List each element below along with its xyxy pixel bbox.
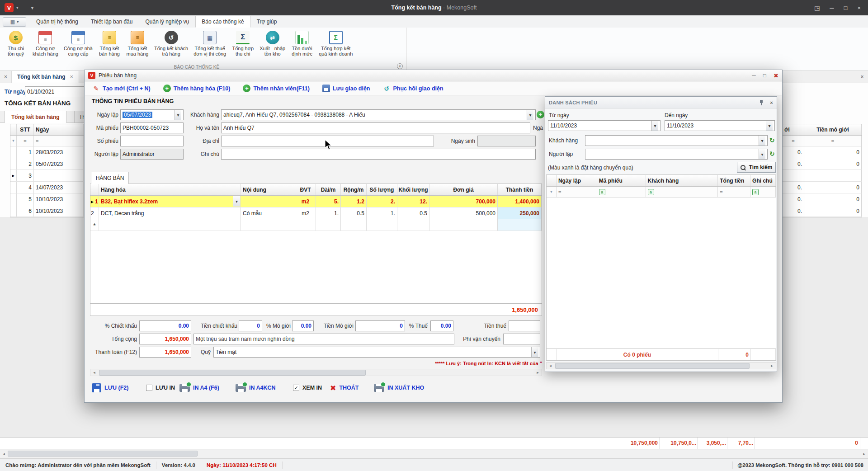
cell-date[interactable]: [34, 170, 84, 181]
cell-stt[interactable]: 4: [17, 182, 34, 193]
scroll-right-icon[interactable]: ▸: [534, 369, 542, 376]
panel-creator-combo[interactable]: [585, 149, 768, 160]
cell-value[interactable]: 0: [804, 193, 862, 205]
toolbar-button[interactable]: Thêm hàng hóa (F10): [163, 85, 231, 92]
dropdown-icon[interactable]: [175, 110, 181, 120]
cell-value[interactable]: 0: [804, 182, 862, 193]
so-phieu-input[interactable]: [120, 136, 184, 146]
scroll-right-icon[interactable]: ▸: [860, 449, 868, 458]
cell-date[interactable]: 14/07/2023: [34, 182, 84, 193]
exit-button[interactable]: ✖ THOÁT: [330, 381, 359, 395]
add-customer-button[interactable]: +: [537, 111, 544, 118]
dropdown-icon[interactable]: [651, 121, 658, 131]
cell-stt[interactable]: 2: [17, 158, 34, 170]
cell-length[interactable]: 1.: [316, 207, 341, 219]
items-column-header[interactable]: Nội dung: [241, 184, 295, 195]
toolbar-customize-icon[interactable]: ▼: [30, 5, 35, 10]
tab-close-icon[interactable]: ×: [70, 74, 73, 80]
print-a4-button[interactable]: IN A4 (F6): [179, 381, 219, 395]
table-row[interactable]: [783, 170, 862, 182]
cell-date[interactable]: 10/10/2023: [34, 205, 84, 217]
ribbon-tab[interactable]: Quản trị hệ thống: [30, 16, 85, 28]
filter-equals-icon[interactable]: [557, 187, 597, 197]
cell-date[interactable]: 10/10/2023: [34, 193, 84, 205]
ribbon-button[interactable]: Công nợ nhàcung cấp: [61, 29, 95, 58]
cell-value[interactable]: 0: [804, 146, 862, 158]
ma-phieu-input[interactable]: PBH00002-050723: [120, 122, 184, 133]
pin-icon[interactable]: [759, 99, 764, 106]
dropdown-icon[interactable]: [531, 347, 538, 357]
maximize-icon[interactable]: □: [844, 5, 848, 11]
scroll-left-icon[interactable]: ◂: [547, 363, 554, 369]
dropdown-icon[interactable]: [759, 149, 765, 159]
cell-unit[interactable]: m2: [295, 207, 316, 219]
ribbon-button[interactable]: Công nợkhách hàng: [30, 29, 61, 58]
filter-contains-icon[interactable]: [597, 187, 646, 197]
items-column-header[interactable]: Dài/m: [316, 184, 341, 195]
ribbon-button[interactable]: Tổng hợpthu chi: [229, 29, 257, 58]
ghi-chu-input[interactable]: [221, 149, 536, 160]
cell-value[interactable]: 0: [804, 158, 862, 170]
refresh-icon[interactable]: ↻: [769, 137, 775, 144]
ribbon-button[interactable]: Tổng hợp kếtquả kinh doanh: [316, 29, 355, 58]
thanh-toan-input[interactable]: 1,650,000: [139, 347, 191, 358]
filter-equals-icon[interactable]: [783, 136, 804, 146]
filter-equals-icon[interactable]: [804, 136, 862, 146]
table-row[interactable]: 0. 0: [783, 158, 862, 170]
new-item-row[interactable]: [90, 219, 542, 231]
cell-content[interactable]: [241, 196, 295, 207]
ribbon-button[interactable]: Tổng kếtmua hàng: [123, 29, 151, 58]
subtab-sales-summary[interactable]: Tổng kết bán hàng: [5, 111, 66, 123]
checkbox-checked-icon[interactable]: ✓: [293, 385, 299, 391]
table-row[interactable]: 0. 0: [783, 193, 862, 205]
cell-amount[interactable]: 1,400,000: [498, 196, 542, 207]
cell-value[interactable]: 0.: [783, 158, 804, 170]
group-dialog-launcher-icon[interactable]: ▾: [397, 63, 403, 69]
dialog-minimize-icon[interactable]: ─: [752, 72, 756, 79]
filter-funnel-icon[interactable]: [10, 136, 17, 146]
column-header-stt[interactable]: STT: [17, 124, 34, 135]
panel-horizontal-scrollbar[interactable]: ◂ ▸: [546, 362, 776, 369]
save-button[interactable]: LƯU (F2): [92, 381, 128, 395]
ribbon-button[interactable]: Tồn dướiđịnh mức: [288, 29, 316, 58]
toolbar-button[interactable]: Tạo mới (Ctrl + N): [92, 85, 151, 92]
app-logo-icon[interactable]: V: [5, 3, 14, 12]
cell-date[interactable]: 05/07/2023: [34, 158, 84, 170]
cell-unit[interactable]: m2: [295, 196, 316, 207]
phi-van-chuyen-input[interactable]: [503, 334, 540, 344]
fullscreen-icon[interactable]: ◳: [814, 5, 820, 11]
filter-equals-icon[interactable]: [17, 136, 34, 146]
invoice-item-row[interactable]: 1 B32, Bạt hiflex 3.2zem m2 5. 1.2 2. 12…: [90, 196, 542, 207]
khach-hang-combo[interactable]: ahieuq7, Anh Hiếu Q7, 0902567084 - 09381…: [221, 109, 536, 120]
cell-width[interactable]: 0.5: [341, 207, 367, 219]
toolbar-button[interactable]: Phục hồi giao diện: [383, 85, 443, 92]
horizontal-scrollbar[interactable]: ◂ ▸: [0, 449, 868, 458]
filter-row[interactable]: [783, 136, 862, 146]
cell-date[interactable]: 28/03/2023: [34, 146, 84, 158]
filter-row[interactable]: [547, 187, 776, 198]
quick-access-caret-icon[interactable]: ▾: [16, 5, 19, 10]
luu-in-checkbox[interactable]: LƯU IN: [146, 381, 175, 395]
table-row[interactable]: 0. 0: [783, 205, 862, 217]
table-row[interactable]: 0. 0: [783, 146, 862, 158]
scrollbar-thumb[interactable]: [8, 451, 198, 457]
ngay-lap-input[interactable]: 05/07/2023: [120, 109, 184, 120]
column-header-clipped[interactable]: ới: [783, 124, 804, 135]
xem-in-checkbox[interactable]: ✓ XEM IN: [293, 381, 322, 395]
panel-close-icon[interactable]: ×: [770, 100, 773, 105]
filter-contains-icon[interactable]: [646, 187, 718, 197]
tab-tong-ket-ban-hang[interactable]: Tổng kết bán hàng ×: [12, 71, 79, 83]
ribbon-tab[interactable]: Thiết lập ban đầu: [85, 16, 139, 28]
cell-stt[interactable]: 6: [17, 205, 34, 217]
mo-gioi-input[interactable]: 0.00: [292, 320, 314, 331]
cell-quantity[interactable]: 1.: [367, 207, 397, 219]
ribbon-button[interactable]: Tổng kết kháchtrả hàng: [151, 29, 191, 58]
cell-width[interactable]: 1.2: [341, 196, 367, 207]
ribbon-button[interactable]: Xuất - nhậptồn kho: [257, 29, 288, 58]
scrollbar-thumb[interactable]: [99, 370, 366, 376]
ribbon-tab[interactable]: Trợ giúp: [250, 16, 283, 28]
cell-value[interactable]: 0.: [783, 205, 804, 217]
cell-length[interactable]: 5.: [316, 196, 341, 207]
cell-unit-price[interactable]: 500,000: [429, 207, 498, 219]
cell-stt[interactable]: 5: [17, 193, 34, 205]
